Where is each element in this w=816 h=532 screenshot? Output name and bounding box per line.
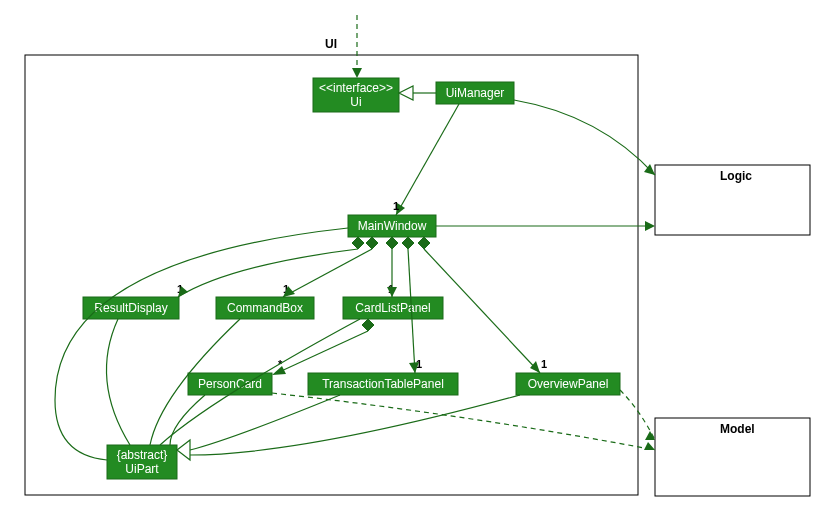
arr-dep-model2	[645, 431, 655, 440]
edge-mw-resultdisplay	[178, 249, 358, 297]
class-ui-interface-name: Ui	[350, 95, 361, 109]
edge-gen-rd-uipart	[106, 319, 130, 445]
class-ui-part-stereo: {abstract}	[117, 448, 168, 462]
edge-dep-pc-model	[272, 393, 655, 450]
edge-cardlist-personcard	[277, 331, 368, 373]
class-command-box-label: CommandBox	[227, 301, 303, 315]
package-logic-label: Logic	[720, 169, 752, 183]
edge-gen-ov-uipart	[190, 395, 520, 455]
arrow-mainwindow-logic	[645, 221, 655, 231]
dia-mw-cb	[366, 237, 378, 249]
edge-mw-commandbox	[283, 249, 372, 297]
tri-uimanager-ui	[399, 86, 413, 100]
class-person-card-label: PersonCard	[198, 377, 262, 391]
package-ui	[25, 55, 638, 495]
dia-mw-cl	[386, 237, 398, 249]
class-card-list-panel-label: CardListPanel	[355, 301, 430, 315]
class-ui-manager-label: UiManager	[446, 86, 505, 100]
class-transaction-table-panel-label: TransactionTablePanel	[322, 377, 444, 391]
edge-gen-pc-uipart	[170, 395, 205, 445]
class-overview-panel-label: OverviewPanel	[528, 377, 609, 391]
mult-overview: 1	[541, 358, 547, 370]
edge-uimanager-logic	[514, 100, 655, 175]
package-model-label: Model	[720, 422, 755, 436]
dia-mw-tt	[402, 237, 414, 249]
arrowhead-dep-ui	[352, 68, 362, 78]
tri-uipart	[177, 440, 190, 460]
dia-mw-ov	[418, 237, 430, 249]
class-ui-interface-stereo: <<interface>>	[319, 81, 393, 95]
package-ui-label: UI	[325, 37, 337, 51]
edge-gen-mw-uipart	[55, 228, 348, 460]
dia-cl-pc	[362, 319, 374, 331]
class-ui-part-name: UiPart	[125, 462, 159, 476]
arr-dep-model	[644, 442, 655, 450]
mult-mainwindow: 1	[393, 200, 399, 212]
class-main-window-label: MainWindow	[358, 219, 427, 233]
dia-mw-rd	[352, 237, 364, 249]
arr-mw-ov	[530, 361, 540, 373]
edge-uimanager-mainwindow	[396, 104, 459, 215]
